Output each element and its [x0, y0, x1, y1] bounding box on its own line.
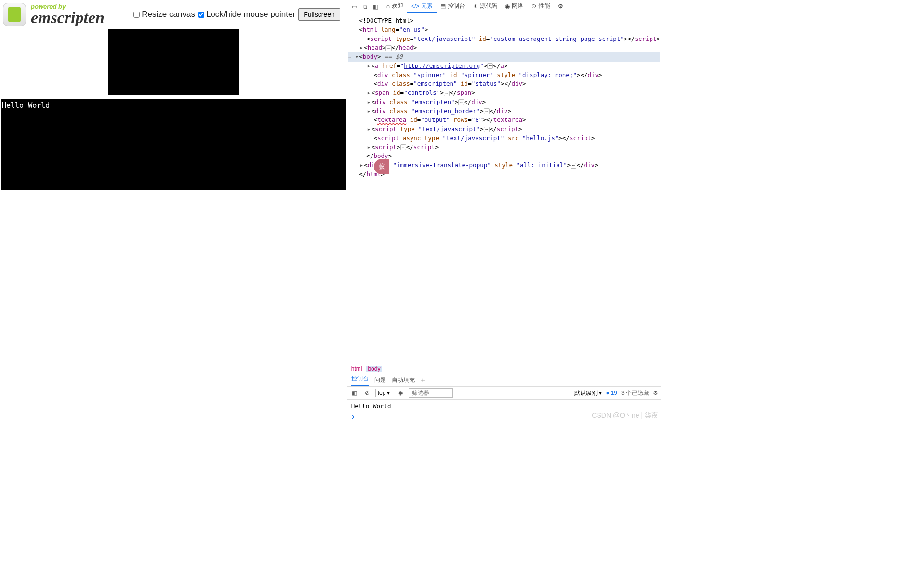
page-content: powered by emscripten Resize canvas Lock… [0, 0, 347, 423]
drawer-tab-console[interactable]: 控制台 [351, 375, 369, 386]
tab-welcome[interactable]: ⌂欢迎 [383, 0, 407, 13]
context-selector[interactable]: top▾ [375, 389, 393, 397]
inspect-icon[interactable]: ▭ [349, 1, 359, 12]
tab-console[interactable]: ▤控制台 [437, 0, 469, 13]
controls: Resize canvas Lock/hide mouse pointer Fu… [133, 8, 342, 21]
add-drawer-tab-icon[interactable]: + [421, 376, 425, 385]
message-count[interactable]: ●19 [606, 390, 617, 396]
hidden-count[interactable]: 3 个已隐藏 [621, 389, 649, 397]
tab-more[interactable]: ⚙ [554, 1, 567, 13]
tab-performance[interactable]: ⏲性能 [527, 0, 554, 13]
brand-name: emscripten [31, 10, 105, 26]
page-header: powered by emscripten Resize canvas Lock… [0, 0, 347, 29]
drawer-tab-issues[interactable]: 问题 [374, 376, 386, 384]
fullscreen-button[interactable]: Fullscreen [298, 8, 340, 21]
sidebar-toggle-icon[interactable]: ◧ [350, 389, 359, 397]
drawer-tabs: 控制台 问题 自动填充 + [347, 374, 661, 386]
emscripten-logo-icon [3, 3, 26, 26]
resize-checkbox-input[interactable] [133, 12, 140, 18]
dom-selected-body[interactable]: ⋯ ▾<body> == $0 [348, 52, 660, 62]
brand-text: powered by emscripten [31, 3, 105, 26]
devtools-panel: ▭ ⧉ ◧ ⌂欢迎 </>元素 ▤控制台 ☀源代码 ◉网络 ⏲性能 ⚙ <!DO… [347, 0, 661, 423]
dom-tree[interactable]: <!DOCTYPE html> <html lang="en-us"> <scr… [347, 13, 661, 364]
lock-mouse-checkbox[interactable]: Lock/hide mouse pointer [198, 10, 295, 19]
tab-network[interactable]: ◉网络 [501, 0, 527, 13]
tab-sources[interactable]: ☀源代码 [469, 0, 501, 13]
breadcrumb[interactable]: html body [347, 364, 661, 374]
translate-badge[interactable]: 蚁 [374, 159, 389, 174]
console-settings-icon[interactable]: ⚙ [653, 390, 658, 396]
live-expression-icon[interactable]: ◉ [396, 389, 405, 397]
output-textarea[interactable]: Hello World [1, 99, 346, 190]
breadcrumb-html[interactable]: html [351, 366, 362, 372]
resize-canvas-checkbox[interactable]: Resize canvas [133, 10, 195, 19]
breadcrumb-body[interactable]: body [366, 366, 382, 372]
clear-console-icon[interactable]: ⊘ [363, 389, 372, 397]
log-level-selector[interactable]: 默认级别▾ [574, 389, 602, 397]
watermark: CSDN @O丶ne | 柒夜 [592, 411, 658, 420]
canvas[interactable] [108, 29, 239, 95]
device-toolbar-icon[interactable]: ⧉ [360, 1, 370, 12]
dock-side-icon[interactable]: ◧ [371, 1, 381, 12]
tab-elements[interactable]: </>元素 [407, 0, 437, 13]
console-toolbar: ◧ ⊘ top▾ ◉ 默认级别▾ ●19 3 个已隐藏 ⚙ [347, 386, 661, 400]
canvas-container [1, 29, 346, 95]
console-log-line: Hello World [351, 403, 657, 410]
drawer-tab-autofill[interactable]: 自动填充 [392, 376, 415, 384]
console-filter-input[interactable] [409, 388, 453, 398]
lock-checkbox-input[interactable] [198, 12, 204, 18]
devtools-tabs: ▭ ⧉ ◧ ⌂欢迎 </>元素 ▤控制台 ☀源代码 ◉网络 ⏲性能 ⚙ [347, 0, 661, 13]
